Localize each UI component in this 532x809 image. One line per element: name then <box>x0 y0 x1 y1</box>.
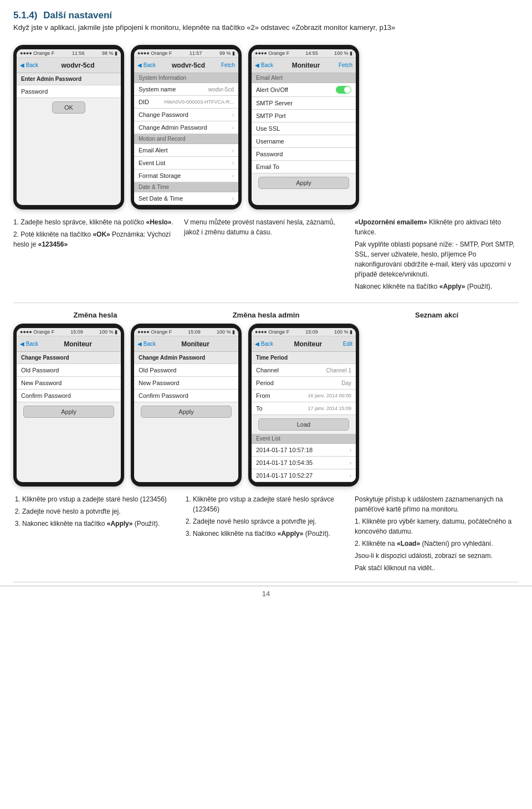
status-bar-2: ●●●● Orange F 11:57 99 % ▮ <box>134 49 238 58</box>
email-alert-row[interactable]: Email Alert › <box>134 144 238 157</box>
nav-right-fetch-2[interactable]: Fetch <box>221 62 235 68</box>
confirm-password-label-4: Confirm Password <box>21 392 71 399</box>
desc-6-p5: Pak stačí kliknout na vidět.. <box>355 563 519 573</box>
phone-screen-5: ●●●● Orange F 15:09 100 % ▮ ◀ Back Monit… <box>134 328 238 482</box>
phone-change-admin-password: ●●●● Orange F 15:09 100 % ▮ ◀ Back Monit… <box>131 324 242 487</box>
from-value: 16 janv. 2014 00:00 <box>308 393 351 398</box>
change-admin-password-row[interactable]: Change Admin Password › <box>134 121 238 134</box>
divider-1 <box>13 303 519 303</box>
phone-event-list: ●●●● Orange F 15:09 100 % ▮ ◀ Back Monit… <box>248 324 359 487</box>
event-3-chevron: › <box>350 473 351 479</box>
desc-1-p2: 2. Poté klikněte na tlačítko «OK» Poznám… <box>13 229 177 249</box>
status-bar-3: ●●●● Orange F 14:55 100 % ▮ <box>252 49 356 58</box>
event-3[interactable]: 2014-01-17 10:52:27 › <box>252 469 356 482</box>
change-admin-password-section-label: Change Admin Password <box>134 352 238 364</box>
status-bar-5: ●●●● Orange F 15:09 100 % ▮ <box>134 328 238 336</box>
desc-4-list: Klikněte pro vstup a zadejte staré heslo… <box>13 494 177 529</box>
status-battery-6: 100 % ▮ <box>334 329 352 335</box>
system-info-header: System Information <box>134 73 238 83</box>
desc-6-p1: Poskytuje přístup k událostem zaznamenan… <box>355 494 519 514</box>
phone-screen-1: ●●●● Orange F 11:56 98 % ▮ ◀ Back wodvr-… <box>17 49 121 205</box>
event-list-row[interactable]: Event List › <box>134 157 238 170</box>
old-password-row-5[interactable]: Old Password <box>134 364 238 377</box>
phone-system-info: ●●●● Orange F 11:57 99 % ▮ ◀ Back wodvr-… <box>131 45 242 209</box>
smtp-server-label: SMTP Server <box>256 100 293 106</box>
nav-right-edit-6[interactable]: Edit <box>343 341 352 347</box>
event-1[interactable]: 2014-01-17 10:57:18 › <box>252 444 356 457</box>
to-row[interactable]: To 17 janv. 2014 15:09 <box>252 402 356 415</box>
channel-row[interactable]: Channel Channel 1 <box>252 364 356 377</box>
event-2-label: 2014-01-17 10:54:35 <box>256 459 313 466</box>
nav-back-2[interactable]: ◀ Back <box>137 62 156 68</box>
confirm-password-row-5[interactable]: Confirm Password <box>134 390 238 402</box>
phone-content-2: System Information System name wodvr-5cd… <box>134 73 238 205</box>
bottom-desc-row: Klikněte pro vstup a zadejte staré heslo… <box>0 491 532 578</box>
format-storage-label: Format Storage <box>139 172 181 179</box>
page-header: 5.1.4) Další nastavení Když jste v aplik… <box>0 0 532 37</box>
phone-screen-4: ●●●● Orange F 15:09 100 % ▮ ◀ Back Monit… <box>17 328 121 482</box>
alert-toggle[interactable] <box>336 86 351 94</box>
top-screenshots-row: ●●●● Orange F 11:56 98 % ▮ ◀ Back wodvr-… <box>0 37 532 214</box>
event-2-chevron: › <box>350 460 351 466</box>
nav-right-fetch-3[interactable]: Fetch <box>339 62 352 68</box>
apply-button-email[interactable]: Apply <box>258 177 349 189</box>
desc-5-item-1: Klikněte pro vstup a zadejte staré heslo… <box>193 494 348 514</box>
section-heading: Další nastavení <box>43 10 112 21</box>
desc-4-item-3: Nakonec klikněte na tlačítko «Apply» (Po… <box>22 519 177 529</box>
new-password-row-4[interactable]: New Password <box>17 377 121 390</box>
status-battery-1: 98 % ▮ <box>102 50 117 56</box>
phone-screen-6: ●●●● Orange F 15:09 100 % ▮ ◀ Back Monit… <box>252 328 356 482</box>
change-password-row[interactable]: Change Password › <box>134 109 238 121</box>
did-row: DID HWA0V0-000003-HTFVCA-R... <box>134 96 238 109</box>
password-email-row: Password <box>252 148 356 161</box>
load-button[interactable]: Load <box>258 418 349 431</box>
nav-back-5[interactable]: ◀ Back <box>137 341 156 347</box>
username-label: Username <box>256 138 284 145</box>
desc-cell-1: 1. Zadejte heslo správce, klikněte na po… <box>13 217 177 291</box>
nav-title-2: wodvr-5cd <box>156 62 221 69</box>
confirm-password-row-4[interactable]: Confirm Password <box>17 390 121 402</box>
new-password-row-5[interactable]: New Password <box>134 377 238 390</box>
phone-enter-admin: ●●●● Orange F 11:56 98 % ▮ ◀ Back wodvr-… <box>13 45 124 209</box>
nav-back-4[interactable]: ◀ Back <box>20 341 38 347</box>
ok-button[interactable]: OK <box>52 101 85 114</box>
format-storage-row[interactable]: Format Storage › <box>134 170 238 182</box>
desc-2-p1: V menu můžete provést nastavení hesla, z… <box>184 217 348 237</box>
status-time-6: 15:09 <box>305 329 318 335</box>
nav-back-3[interactable]: ◀ Back <box>255 62 273 68</box>
apply-button-4[interactable]: Apply <box>23 406 114 418</box>
status-battery-2: 99 % ▮ <box>219 50 235 56</box>
old-password-row-4[interactable]: Old Password <box>17 364 121 377</box>
event-2[interactable]: 2014-01-17 10:54:35 › <box>252 457 356 469</box>
nav-back-1[interactable]: ◀ Back <box>20 62 38 68</box>
page-footer: 14 <box>0 586 532 606</box>
system-name-label: System name <box>139 86 176 93</box>
apply-button-5[interactable]: Apply <box>141 406 232 418</box>
status-time-5: 15:09 <box>188 329 201 335</box>
alert-on-off-row[interactable]: Alert On/Off <box>252 83 356 97</box>
period-row[interactable]: Period Day <box>252 377 356 390</box>
nav-title-1: wodvr-5cd <box>38 62 117 69</box>
username-row: Username <box>252 135 356 148</box>
desc-cell-6: Poskytuje přístup k událostem zaznamenan… <box>355 494 519 573</box>
nav-back-6[interactable]: ◀ Back <box>255 341 273 347</box>
status-carrier-3: ●●●● Orange F <box>255 50 289 56</box>
nav-bar-1: ◀ Back wodvr-5cd <box>17 58 121 73</box>
desc-cell-5: Klikněte pro vstup a zadejte staré heslo… <box>184 494 348 573</box>
to-value: 17 janv. 2014 15:09 <box>308 406 351 411</box>
change-admin-password-chevron: › <box>232 125 234 131</box>
date-time-header: Date & Time <box>134 182 238 192</box>
ok-button-container: OK <box>17 98 121 117</box>
channel-label: Channel <box>256 367 279 373</box>
desc-6-p3: 2. Klikněte na «Load» (Načtení) pro vyhl… <box>355 539 519 549</box>
set-date-time-chevron: › <box>232 196 234 202</box>
page-number: 14 <box>262 590 270 598</box>
from-row[interactable]: From 16 janv. 2014 00:00 <box>252 390 356 402</box>
phone-email-alert: ●●●● Orange F 14:55 100 % ▮ ◀ Back Monit… <box>248 45 359 209</box>
label-change-admin-password: Změna hesla admin <box>184 311 348 319</box>
phone-content-3: Email Alert Alert On/Off SMTP Server SMT… <box>252 73 356 189</box>
from-label: From <box>256 392 270 399</box>
old-password-label-5: Old Password <box>139 367 176 373</box>
change-password-chevron: › <box>232 112 234 118</box>
set-date-time-row[interactable]: Set Date & Time › <box>134 192 238 205</box>
